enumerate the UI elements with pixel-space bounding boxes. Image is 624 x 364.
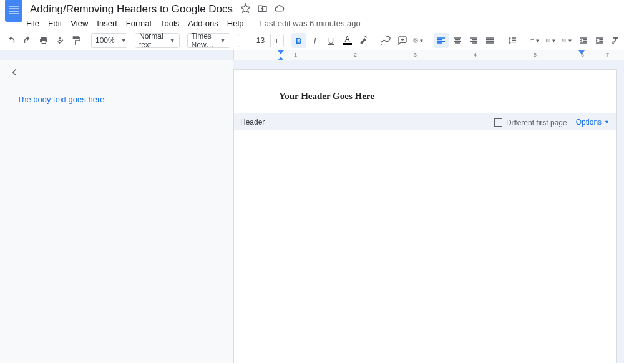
menu-format[interactable]: Format [126,19,152,28]
paint-format-button[interactable] [69,33,84,48]
insert-comment-button[interactable] [395,33,410,48]
ruler-tick: 3 [414,52,417,58]
docs-app-icon[interactable] [5,0,22,22]
bold-button[interactable]: B [291,33,306,48]
ruler-tick: 4 [474,52,477,58]
font-size-increase[interactable]: + [270,34,284,47]
redo-button[interactable] [20,33,35,48]
line-spacing-button[interactable] [505,33,520,48]
document-outline-pane: The body text goes here [0,60,233,363]
font-size-input[interactable] [251,34,270,47]
svg-point-3 [546,39,547,39]
checklist-button[interactable]: ▼ [527,33,542,48]
svg-point-4 [546,40,547,41]
align-right-button[interactable] [466,33,481,48]
font-value: Times New… [192,32,214,49]
outline-collapse-button[interactable] [9,67,20,81]
align-justify-button[interactable] [482,33,497,48]
document-page[interactable]: Your Header Goes Here Header Different f… [233,69,617,363]
style-value: Normal text [139,32,163,49]
chevron-down-icon: ▼ [170,37,175,44]
underline-button[interactable]: U [324,33,339,48]
ruler-tick: 1 [294,52,297,58]
highlight-button[interactable] [356,33,371,48]
outline-item[interactable]: The body text goes here [9,91,225,108]
clear-formatting-button[interactable] [608,33,623,48]
menu-view[interactable]: View [71,19,88,28]
menu-insert[interactable]: Insert [97,19,117,28]
page-canvas: Your Header Goes Here Header Different f… [233,60,624,363]
different-first-page-checkbox[interactable]: Different first page [494,117,567,127]
ruler-tick: 6 [581,52,584,58]
ruler-tick: 7 [606,52,609,58]
print-button[interactable] [36,33,51,48]
last-edit-link[interactable]: Last edit was 6 minutes ago [260,19,361,28]
svg-marker-0 [241,4,250,12]
menu-edit[interactable]: Edit [48,19,62,28]
ruler[interactable]: 1 2 3 4 5 6 7 [0,50,624,60]
bulleted-list-button[interactable]: ▼ [544,33,558,48]
first-line-indent-marker[interactable] [278,50,284,54]
spellcheck-button[interactable] [52,33,67,48]
ruler-tick: 5 [534,52,537,58]
increase-indent-button[interactable] [592,33,607,48]
ruler-tick: 2 [354,52,357,58]
menu-file[interactable]: File [26,19,39,28]
svg-point-2 [414,39,415,40]
star-icon[interactable] [240,3,251,16]
chevron-down-icon: ▼ [121,37,127,44]
undo-button[interactable] [4,33,19,48]
insert-link-button[interactable] [379,33,394,48]
header-options-button[interactable]: Options ▼ [576,118,610,127]
move-icon[interactable] [257,3,268,16]
decrease-indent-button[interactable] [576,33,591,48]
different-first-page-label: Different first page [506,118,567,127]
header-label: Header [240,118,265,127]
document-title[interactable]: Adding/Removing Headers to Google Docs [27,3,235,16]
cloud-status-icon[interactable] [274,3,285,16]
font-select[interactable]: Times New… ▼ [187,33,230,48]
checkbox-icon [494,118,502,127]
toolbar: 100% ▼ Normal text ▼ Times New… ▼ − + B … [0,31,624,50]
zoom-value: 100% [95,36,115,45]
header-toolbar: Header Different first page Options ▼ [234,113,616,130]
chevron-down-icon: ▼ [604,119,610,125]
align-left-button[interactable] [434,33,449,48]
options-label: Options [576,118,602,127]
menu-tools[interactable]: Tools [160,19,179,28]
chevron-down-icon: ▼ [220,37,226,44]
font-size-decrease[interactable]: − [238,34,251,47]
insert-image-button[interactable]: ▼ [411,33,426,48]
svg-point-5 [546,41,547,42]
header-content[interactable]: Your Header Goes Here [234,70,616,102]
paragraph-style-select[interactable]: Normal text ▼ [135,33,180,48]
menu-help[interactable]: Help [227,19,244,28]
menu-addons[interactable]: Add-ons [188,19,218,28]
text-color-button[interactable]: A [340,33,355,48]
zoom-select[interactable]: 100% ▼ [91,33,127,48]
numbered-list-button[interactable]: ▼ [560,33,575,48]
italic-button[interactable]: I [308,33,323,48]
left-indent-marker[interactable] [278,57,284,60]
align-center-button[interactable] [450,33,465,48]
